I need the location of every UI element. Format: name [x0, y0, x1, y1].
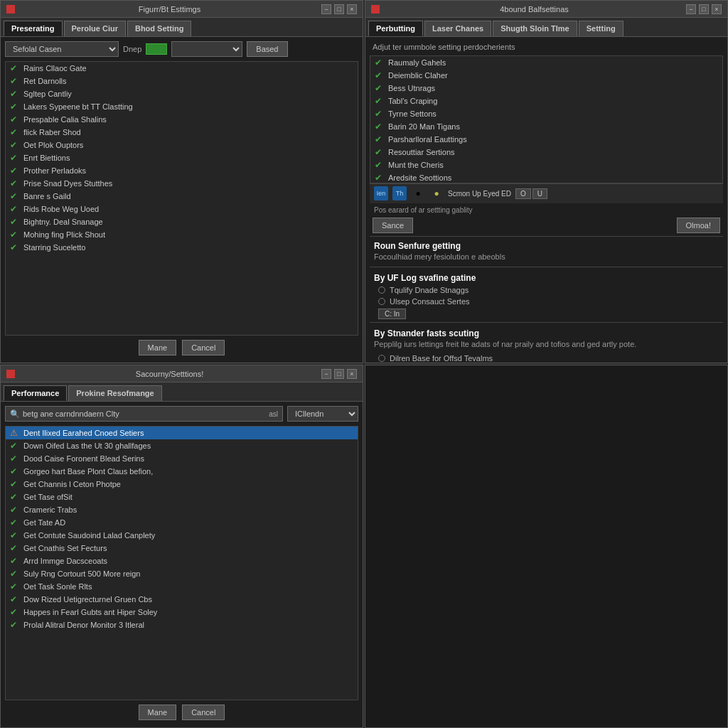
- tab-bar: Preserating Perolue Ciur Bhod Setting: [1, 18, 363, 37]
- list-item[interactable]: ✔Gorgeo hart Base Plont Claus befion,: [6, 465, 358, 478]
- mane-button[interactable]: Mane: [139, 705, 177, 720]
- check-icon: ✔: [10, 230, 20, 240]
- check-icon: ✔: [375, 70, 385, 80]
- list-item[interactable]: ✔Suly Rng Cortourt 500 More reign: [6, 567, 358, 580]
- window-controls: − □ ×: [686, 4, 722, 14]
- check-icon: ✔: [375, 160, 385, 170]
- list-item[interactable]: ✔Deiemblic Claher: [370, 69, 722, 82]
- dropdown-select-1[interactable]: Sefolal Casen: [5, 41, 119, 57]
- list-item[interactable]: ✔Dood Caise Foronent Blead Serins: [6, 452, 358, 465]
- list-item[interactable]: ✔Prise Snad Dyes Stutthes: [6, 177, 358, 190]
- list-item[interactable]: ✔Happes in Fearl Gubts ant Hiper Soley: [6, 606, 358, 619]
- list-item[interactable]: ✔Get Channis l Ceton Photpe: [6, 478, 358, 491]
- list-item[interactable]: ✔Rains Cllaoc Gate: [6, 62, 358, 75]
- close-btn[interactable]: ×: [347, 4, 357, 14]
- list-item-selected[interactable]: ⚠Dent Ilixed Earahed Cnoed Setiers: [6, 427, 358, 439]
- minimize-btn[interactable]: −: [321, 4, 331, 14]
- tab-preserating[interactable]: Preserating: [4, 21, 63, 36]
- dropdown-select[interactable]: ICllendn: [287, 406, 358, 422]
- list-item[interactable]: ✔Barin 20 Man Tigans: [370, 120, 722, 133]
- list-item[interactable]: ✔Oet Plok Ouptors: [6, 139, 358, 151]
- check-icon: ✔: [10, 217, 20, 227]
- check-icon: ✔: [10, 620, 20, 630]
- list-item[interactable]: ✔Mohing fing Plick Shout: [6, 228, 358, 241]
- check-icon: ✔: [375, 109, 385, 119]
- list-item[interactable]: ✔Raumaly Gahels: [370, 56, 722, 69]
- status-icon-yellow: ●: [429, 186, 444, 200]
- content-area: 🔍 asl ICllendn ⚠Dent Ilixed Earahed Cnoe…: [1, 402, 363, 727]
- list-item[interactable]: ✔Prother Perladoks: [6, 164, 358, 177]
- olmoa-button[interactable]: Olmoa!: [677, 218, 720, 233]
- list-item[interactable]: ✔Resouttiar Sertions: [370, 146, 722, 159]
- list-item[interactable]: ✔Rids Robe Weg Uoed: [6, 203, 358, 215]
- list-item[interactable]: ✔Crameric Trabs: [6, 503, 358, 516]
- based-button[interactable]: Based: [247, 41, 287, 57]
- list-item[interactable]: ✔Tabl's Craping: [370, 95, 722, 107]
- maximize-btn[interactable]: □: [334, 369, 344, 379]
- list-item[interactable]: ✔Tyrne Settons: [370, 107, 722, 120]
- dropdown-select-2[interactable]: [171, 41, 242, 57]
- toggle-u[interactable]: U: [532, 188, 547, 199]
- list-item[interactable]: ✔Starring Suceletto: [6, 241, 358, 254]
- tab-performance[interactable]: Performance: [4, 385, 67, 401]
- list-item[interactable]: ✔Bess Utnrags: [370, 82, 722, 95]
- search-field[interactable]: 🔍 asl: [5, 406, 283, 422]
- minimize-btn[interactable]: −: [321, 369, 331, 379]
- list-item[interactable]: ✔Get Tase ofSit: [6, 491, 358, 503]
- list-item[interactable]: ✔Get Tate AD: [6, 516, 358, 529]
- search-input[interactable]: [23, 410, 269, 418]
- tab-prokine[interactable]: Prokine Resofmange: [68, 385, 161, 401]
- list-item[interactable]: ✔flick Raber Shod: [6, 126, 358, 139]
- list-item[interactable]: ✔Sgltep Cantliy: [6, 87, 358, 100]
- tab-perbutting[interactable]: Perbutting: [368, 21, 423, 36]
- toggle-c-in[interactable]: C: In: [378, 309, 406, 319]
- cancel-button[interactable]: Cancel: [182, 705, 225, 720]
- toggle-o[interactable]: O: [515, 188, 531, 199]
- list-item[interactable]: ✔Munt the Cheris: [370, 159, 722, 171]
- check-icon: ✔: [10, 505, 20, 515]
- list-item[interactable]: ✔Lakers Sypeene bt TT Clastting: [6, 100, 358, 113]
- check-icon: ✔: [10, 454, 20, 464]
- check-icon: ✔: [10, 127, 20, 137]
- button-row: Mane Cancel: [5, 336, 358, 358]
- check-icon: ✔: [10, 492, 20, 502]
- window-icon: [6, 370, 15, 378]
- list-item[interactable]: ✔Arrd Immge Dacsceoats: [6, 555, 358, 567]
- cancel-button[interactable]: Cancel: [182, 340, 225, 355]
- tab-shugth[interactable]: Shugth Sloin TIme: [493, 21, 577, 36]
- tab-bhod[interactable]: Bhod Setting: [127, 21, 191, 36]
- check-icon: ✔: [10, 530, 20, 540]
- list-item[interactable]: ✔Aredsite Seottions: [370, 171, 722, 183]
- divider: [370, 322, 723, 323]
- tab-laser[interactable]: Laser Chanes: [424, 21, 491, 36]
- radio-dot: [378, 298, 385, 305]
- list-item[interactable]: ✔Dow Rized Uetigrecturnel Gruen Cbs: [6, 593, 358, 606]
- maximize-btn[interactable]: □: [699, 4, 709, 14]
- maximize-btn[interactable]: □: [334, 4, 344, 14]
- window-controls: − □ ×: [321, 4, 357, 14]
- window-icon: [371, 5, 380, 14]
- list-item[interactable]: ✔Get Cnathis Set Fecturs: [6, 542, 358, 555]
- title-bar-top-left: Figurr/Bt Esttimgs − □ ×: [1, 1, 363, 18]
- minimize-btn[interactable]: −: [686, 4, 696, 14]
- list-item[interactable]: ✔Parsharlloral Eauttings: [370, 133, 722, 146]
- preset-list: ✔Rains Cllaoc Gate ✔Ret Darnolls ✔Sgltep…: [5, 61, 358, 336]
- list-item[interactable]: ✔Prespable Calia Shalins: [6, 113, 358, 126]
- check-icon: ✔: [10, 582, 20, 592]
- list-item[interactable]: ✔Get Contute Saudoind Lalad Canplety: [6, 529, 358, 542]
- list-item[interactable]: ✔Enrt Biettions: [6, 151, 358, 164]
- canodute-button[interactable]: Sance: [373, 218, 413, 233]
- list-item[interactable]: ✔Down Oifed Las the Ut 30 ghallfages: [6, 439, 358, 452]
- list-item[interactable]: ✔Ret Darnolls: [6, 75, 358, 87]
- list-item[interactable]: ✔Bightny. Deal Snanage: [6, 215, 358, 228]
- check-icon: ✔: [10, 153, 20, 163]
- list-item[interactable]: ✔Banre s Gaild: [6, 190, 358, 203]
- list-item[interactable]: ✔Prolal Alitral Denor Monitor 3 Itleral: [6, 619, 358, 631]
- check-icon: ✔: [10, 441, 20, 451]
- mane-button[interactable]: Mane: [139, 340, 177, 355]
- list-item[interactable]: ✔Oet Task Sonle Rlts: [6, 580, 358, 593]
- close-btn[interactable]: ×: [712, 4, 722, 14]
- tab-perolue[interactable]: Perolue Ciur: [64, 21, 126, 36]
- tab-settting[interactable]: Settting: [579, 21, 623, 36]
- close-btn[interactable]: ×: [347, 369, 357, 379]
